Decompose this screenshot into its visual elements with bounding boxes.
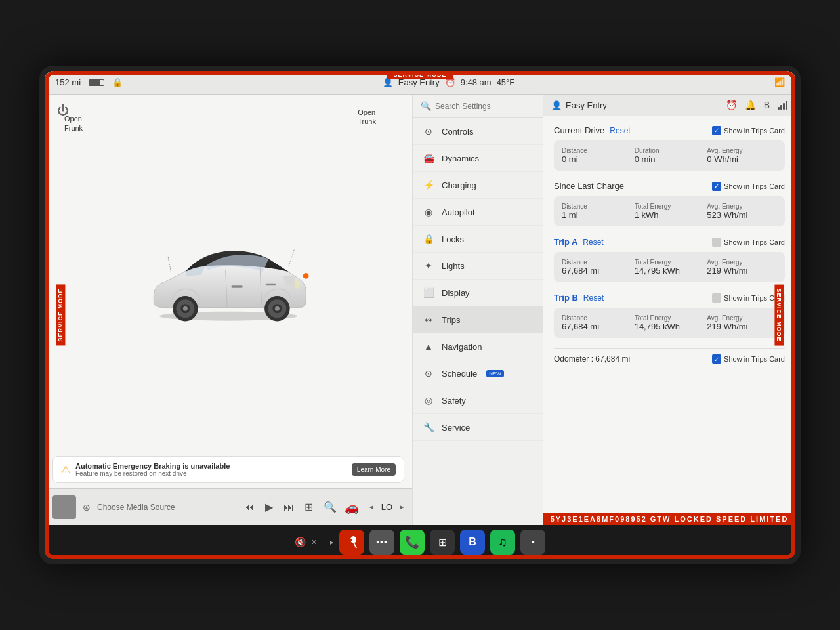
search-input[interactable] xyxy=(435,102,535,111)
warning-icon: ⚠ xyxy=(61,463,70,476)
charge-distance: Distance 1 mi xyxy=(562,203,632,220)
top-icon-row: ⏰ 🔔 B xyxy=(726,100,788,110)
current-drive-section: Current Drive Reset ✓ Show in Trips Card… xyxy=(554,125,785,171)
bottom-bar: ⊛ Choose Media Source ⏮ ▶ ⏭ ⊞ 🔍 🚗 ◂ LO xyxy=(45,488,412,525)
svg-point-12 xyxy=(275,306,280,310)
since-last-charge-show-trips[interactable]: ✓ Show in Trips Card xyxy=(712,182,785,191)
trip-b-stats: Distance 67,684 mi Total Energy 14,795 k… xyxy=(554,308,785,338)
navigation-icon: ▲ xyxy=(422,341,435,352)
trip-a-title: Trip A xyxy=(554,237,578,247)
dock-icon-tools[interactable] xyxy=(339,530,364,555)
prev-button[interactable]: ⏮ xyxy=(242,499,257,516)
trip-b-title: Trip B xyxy=(554,293,578,303)
dock-icon-spotify[interactable]: ♫ xyxy=(490,530,515,555)
charge-energy-total: Total Energy 1 kWh xyxy=(635,203,705,220)
dock-icon-menu[interactable]: ▪ xyxy=(520,530,545,555)
choose-media-label[interactable]: Choose Media Source xyxy=(97,503,175,512)
service-mode-top-banner: SERVICE MODE xyxy=(387,71,453,79)
signal-icon: 📶 xyxy=(774,77,785,87)
nav-item-navigation[interactable]: ▲ Navigation xyxy=(413,333,543,360)
current-drive-stats: Distance 0 mi Duration 0 min Avg. Energy… xyxy=(554,140,785,171)
media-thumbnail xyxy=(52,495,76,519)
dock-icon-phone[interactable]: 📞 xyxy=(400,530,425,555)
next-button[interactable]: ⏭ xyxy=(281,499,297,516)
status-profile: Easy Entry xyxy=(398,77,440,87)
bluetooth-top-icon[interactable]: B xyxy=(764,100,770,110)
locks-icon: 🔒 xyxy=(422,234,435,244)
nav-item-safety[interactable]: ◎ Safety xyxy=(413,387,543,414)
nav-label-locks: Locks xyxy=(442,234,464,244)
nav-item-lights[interactable]: ✦ Lights xyxy=(413,253,543,280)
svg-rect-3 xyxy=(231,285,243,288)
trip-b-show-trips[interactable]: Show in Trips Card xyxy=(712,293,785,303)
equalizer-button[interactable]: ⊞ xyxy=(302,498,316,516)
current-distance: Distance 0 mi xyxy=(562,147,632,164)
service-icon: 🔧 xyxy=(422,422,435,432)
trip-a-checkbox[interactable] xyxy=(712,238,721,247)
bottom-dock: 🔇 ✕ ▸ ••• 📞 ⊞ B ♫ ▪ xyxy=(45,525,795,559)
nav-item-display[interactable]: ⬜ Display xyxy=(413,280,543,306)
nav-label-safety: Safety xyxy=(442,396,466,406)
svg-line-14 xyxy=(168,257,171,272)
trip-b-energy-total-value: 14,795 kWh xyxy=(635,322,705,331)
display-icon: ⬜ xyxy=(422,287,435,298)
trip-b-checkbox[interactable] xyxy=(712,293,721,303)
since-charge-checkbox[interactable]: ✓ xyxy=(712,182,721,191)
lo-display: LO xyxy=(381,502,392,512)
odometer-row: Odometer : 67,684 mi ✓ Show in Trips Car… xyxy=(554,348,785,364)
current-drive-checkbox[interactable]: ✓ xyxy=(712,126,721,135)
dock-icon-grid[interactable]: ⊞ xyxy=(430,530,455,555)
nav-item-controls[interactable]: ⊙ Controls xyxy=(413,118,543,145)
charge-energy-total-value: 1 kWh xyxy=(635,210,705,220)
trip-b-distance-label: Distance xyxy=(562,314,632,322)
trip-a-distance-label: Distance xyxy=(562,259,632,266)
emergency-banner: ⚠ Automatic Emergency Braking is unavail… xyxy=(52,456,404,483)
schedule-icon: ⊙ xyxy=(422,368,435,379)
nav-item-service[interactable]: 🔧 Service xyxy=(413,414,543,441)
current-energy: Avg. Energy 0 Wh/mi xyxy=(707,147,777,164)
svg-rect-4 xyxy=(266,283,276,285)
trip-a-show-trips[interactable]: Show in Trips Card xyxy=(712,238,785,247)
play-button[interactable]: ▶ xyxy=(262,498,276,516)
nav-item-charging[interactable]: ⚡ Charging xyxy=(413,172,543,199)
dock-icon-dots[interactable]: ••• xyxy=(369,530,394,555)
trip-a-energy-avg: Avg. Energy 219 Wh/mi xyxy=(707,259,777,276)
charge-energy-total-label: Total Energy xyxy=(635,203,705,210)
trip-b-distance-value: 67,684 mi xyxy=(562,322,632,331)
nav-item-trips[interactable]: ↭ Trips xyxy=(413,306,543,333)
nav-label-controls: Controls xyxy=(442,127,473,136)
lights-icon: ✦ xyxy=(422,261,435,271)
nav-item-schedule[interactable]: ⊙ Schedule NEW xyxy=(413,360,543,387)
service-mode-label-left: SERVICE MODE xyxy=(56,285,65,346)
profile-icon: 👤 xyxy=(383,77,393,87)
volume-icon[interactable]: 🔇 xyxy=(295,537,306,547)
svg-line-15 xyxy=(289,249,295,266)
current-energy-label: Avg. Energy xyxy=(707,147,777,154)
nav-item-autopilot[interactable]: ◉ Autopilot xyxy=(413,199,543,226)
trip-b-energy-total: Total Energy 14,795 kWh xyxy=(635,314,705,331)
frunk-label[interactable]: OpenFrunk xyxy=(64,114,83,133)
trip-b-header: Trip B Reset Show in Trips Card xyxy=(554,293,785,303)
controls-icon: ⊙ xyxy=(422,126,435,136)
nav-item-dynamics[interactable]: 🚘 Dynamics xyxy=(413,145,543,172)
trip-a-reset[interactable]: Reset xyxy=(583,238,603,247)
notification-icon[interactable]: 🔔 xyxy=(745,100,756,110)
nav-label-lights: Lights xyxy=(442,261,465,271)
nav-item-locks[interactable]: 🔒 Locks xyxy=(413,226,543,253)
charge-energy-avg-label: Avg. Energy xyxy=(707,203,777,210)
trunk-label[interactable]: OpenTrunk xyxy=(358,108,376,127)
trip-b-energy-avg-label: Avg. Energy xyxy=(707,314,777,322)
learn-more-button[interactable]: Learn More xyxy=(352,463,396,476)
odometer-checkbox[interactable]: ✓ xyxy=(712,354,721,364)
search-media-button[interactable]: 🔍 xyxy=(321,498,339,516)
odometer-show-trips[interactable]: ✓ Show in Trips Card xyxy=(712,354,785,364)
alarm-icon[interactable]: ⏰ xyxy=(726,100,737,110)
trip-b-reset[interactable]: Reset xyxy=(583,293,604,303)
car-view: OpenFrunk OpenTrunk xyxy=(45,94,412,451)
current-drive-reset[interactable]: Reset xyxy=(610,126,630,135)
charge-energy-avg: Avg. Energy 523 Wh/mi xyxy=(707,203,777,220)
search-icon: 🔍 xyxy=(421,101,431,111)
current-drive-show-trips[interactable]: ✓ Show in Trips Card xyxy=(712,126,785,135)
nav-label-trips: Trips xyxy=(442,315,460,325)
dock-icon-bluetooth[interactable]: B xyxy=(460,530,485,555)
